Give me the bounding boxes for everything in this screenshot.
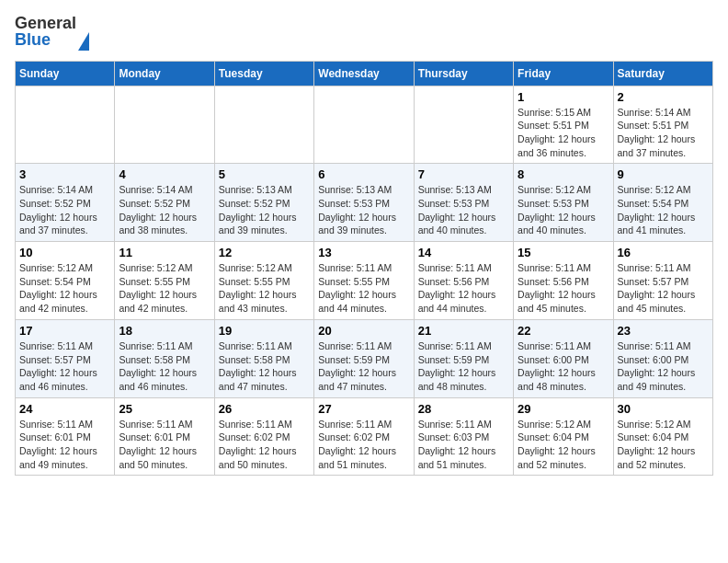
calendar-cell: 16Sunrise: 5:11 AM Sunset: 5:57 PM Dayli… [613, 242, 712, 320]
day-info: Sunrise: 5:11 AM Sunset: 5:57 PM Dayligh… [19, 339, 110, 394]
calendar-cell: 1Sunrise: 5:15 AM Sunset: 5:51 PM Daylig… [514, 86, 613, 164]
calendar-cell: 10Sunrise: 5:12 AM Sunset: 5:54 PM Dayli… [16, 242, 115, 320]
day-number: 13 [318, 246, 409, 259]
logo-triangle-icon [78, 14, 89, 51]
day-info: Sunrise: 5:14 AM Sunset: 5:52 PM Dayligh… [19, 183, 110, 237]
day-info: Sunrise: 5:11 AM Sunset: 6:00 PM Dayligh… [618, 339, 709, 394]
day-number: 22 [518, 324, 609, 338]
calendar-cell: 22Sunrise: 5:11 AM Sunset: 6:00 PM Dayli… [514, 319, 613, 397]
day-number: 19 [219, 324, 310, 338]
day-info: Sunrise: 5:13 AM Sunset: 5:52 PM Dayligh… [219, 183, 310, 237]
calendar-cell: 26Sunrise: 5:11 AM Sunset: 6:02 PM Dayli… [214, 397, 313, 476]
day-info: Sunrise: 5:11 AM Sunset: 6:02 PM Dayligh… [219, 418, 310, 472]
day-info: Sunrise: 5:14 AM Sunset: 5:51 PM Dayligh… [618, 106, 709, 160]
day-info: Sunrise: 5:11 AM Sunset: 5:58 PM Dayligh… [219, 339, 310, 394]
calendar-cell: 24Sunrise: 5:11 AM Sunset: 6:01 PM Dayli… [16, 397, 115, 476]
calendar-cell: 8Sunrise: 5:12 AM Sunset: 5:53 PM Daylig… [514, 164, 613, 242]
calendar-cell: 20Sunrise: 5:11 AM Sunset: 5:59 PM Dayli… [314, 319, 414, 397]
day-number: 27 [318, 402, 409, 416]
calendar-header-monday: Monday [115, 61, 214, 86]
calendar-header-friday: Friday [514, 61, 613, 86]
day-info: Sunrise: 5:11 AM Sunset: 6:03 PM Dayligh… [418, 418, 509, 472]
day-info: Sunrise: 5:11 AM Sunset: 5:59 PM Dayligh… [318, 339, 409, 394]
calendar-cell: 13Sunrise: 5:11 AM Sunset: 5:55 PM Dayli… [314, 242, 414, 320]
day-info: Sunrise: 5:13 AM Sunset: 5:53 PM Dayligh… [418, 183, 509, 237]
day-number: 7 [418, 167, 509, 181]
calendar-header-sunday: Sunday [16, 61, 115, 86]
day-number: 14 [418, 246, 509, 259]
calendar-cell: 29Sunrise: 5:12 AM Sunset: 6:04 PM Dayli… [514, 397, 613, 476]
calendar-table: SundayMondayTuesdayWednesdayThursdayFrid… [15, 61, 713, 477]
day-info: Sunrise: 5:13 AM Sunset: 5:53 PM Dayligh… [318, 183, 409, 237]
calendar-cell: 19Sunrise: 5:11 AM Sunset: 5:58 PM Dayli… [214, 319, 313, 397]
calendar-week-2: 3Sunrise: 5:14 AM Sunset: 5:52 PM Daylig… [16, 164, 713, 242]
calendar-cell: 11Sunrise: 5:12 AM Sunset: 5:55 PM Dayli… [115, 242, 214, 320]
calendar-cell: 25Sunrise: 5:11 AM Sunset: 6:01 PM Dayli… [115, 397, 214, 476]
day-info: Sunrise: 5:11 AM Sunset: 5:57 PM Dayligh… [618, 261, 709, 316]
day-number: 8 [518, 167, 609, 181]
day-info: Sunrise: 5:12 AM Sunset: 5:55 PM Dayligh… [119, 261, 210, 316]
day-info: Sunrise: 5:11 AM Sunset: 6:00 PM Dayligh… [518, 339, 609, 394]
calendar-cell [414, 86, 513, 164]
day-info: Sunrise: 5:12 AM Sunset: 6:04 PM Dayligh… [618, 418, 709, 472]
calendar-cell: 2Sunrise: 5:14 AM Sunset: 5:51 PM Daylig… [613, 86, 712, 164]
calendar-cell: 9Sunrise: 5:12 AM Sunset: 5:54 PM Daylig… [613, 164, 712, 242]
calendar-cell: 28Sunrise: 5:11 AM Sunset: 6:03 PM Dayli… [414, 397, 513, 476]
calendar-week-1: 1Sunrise: 5:15 AM Sunset: 5:51 PM Daylig… [16, 86, 713, 164]
calendar-cell: 17Sunrise: 5:11 AM Sunset: 5:57 PM Dayli… [16, 319, 115, 397]
calendar-week-4: 17Sunrise: 5:11 AM Sunset: 5:57 PM Dayli… [16, 319, 713, 397]
day-number: 1 [518, 90, 609, 104]
day-info: Sunrise: 5:11 AM Sunset: 5:56 PM Dayligh… [518, 261, 609, 316]
day-number: 24 [19, 402, 110, 416]
day-info: Sunrise: 5:12 AM Sunset: 5:54 PM Dayligh… [618, 183, 709, 237]
day-number: 30 [618, 402, 709, 416]
day-number: 26 [219, 402, 310, 416]
calendar-cell: 3Sunrise: 5:14 AM Sunset: 5:52 PM Daylig… [16, 164, 115, 242]
calendar-cell [214, 86, 313, 164]
day-number: 5 [219, 167, 310, 181]
calendar-cell: 15Sunrise: 5:11 AM Sunset: 5:56 PM Dayli… [514, 242, 613, 320]
day-info: Sunrise: 5:12 AM Sunset: 5:55 PM Dayligh… [219, 261, 310, 316]
calendar-cell: 27Sunrise: 5:11 AM Sunset: 6:02 PM Dayli… [314, 397, 414, 476]
day-info: Sunrise: 5:12 AM Sunset: 6:04 PM Dayligh… [518, 418, 609, 472]
calendar-header-saturday: Saturday [613, 61, 712, 86]
calendar-cell: 5Sunrise: 5:13 AM Sunset: 5:52 PM Daylig… [214, 164, 313, 242]
day-number: 4 [119, 167, 210, 181]
day-number: 11 [119, 246, 210, 259]
day-number: 21 [418, 324, 509, 338]
day-number: 17 [19, 324, 110, 338]
day-number: 10 [19, 246, 110, 259]
calendar-cell: 4Sunrise: 5:14 AM Sunset: 5:52 PM Daylig… [115, 164, 214, 242]
day-number: 9 [618, 167, 709, 181]
calendar-cell: 6Sunrise: 5:13 AM Sunset: 5:53 PM Daylig… [314, 164, 414, 242]
calendar-week-5: 24Sunrise: 5:11 AM Sunset: 6:01 PM Dayli… [16, 397, 713, 476]
day-info: Sunrise: 5:11 AM Sunset: 6:02 PM Dayligh… [318, 418, 409, 472]
day-info: Sunrise: 5:11 AM Sunset: 6:01 PM Dayligh… [119, 418, 210, 472]
day-info: Sunrise: 5:11 AM Sunset: 5:56 PM Dayligh… [418, 261, 509, 316]
day-info: Sunrise: 5:11 AM Sunset: 5:59 PM Dayligh… [418, 339, 509, 394]
logo: General Blue [15, 15, 89, 50]
calendar-cell: 18Sunrise: 5:11 AM Sunset: 5:58 PM Dayli… [115, 319, 214, 397]
day-number: 12 [219, 246, 310, 259]
day-number: 6 [318, 167, 409, 181]
day-info: Sunrise: 5:12 AM Sunset: 5:53 PM Dayligh… [518, 183, 609, 237]
calendar-header-wednesday: Wednesday [314, 61, 414, 86]
day-number: 18 [119, 324, 210, 338]
day-number: 3 [19, 167, 110, 181]
calendar-cell: 7Sunrise: 5:13 AM Sunset: 5:53 PM Daylig… [414, 164, 513, 242]
day-info: Sunrise: 5:14 AM Sunset: 5:52 PM Dayligh… [119, 183, 210, 237]
day-info: Sunrise: 5:11 AM Sunset: 5:55 PM Dayligh… [318, 261, 409, 316]
day-number: 15 [518, 246, 609, 259]
calendar-week-3: 10Sunrise: 5:12 AM Sunset: 5:54 PM Dayli… [16, 242, 713, 320]
calendar-cell: 21Sunrise: 5:11 AM Sunset: 5:59 PM Dayli… [414, 319, 513, 397]
day-number: 23 [618, 324, 709, 338]
calendar-cell: 23Sunrise: 5:11 AM Sunset: 6:00 PM Dayli… [613, 319, 712, 397]
day-info: Sunrise: 5:15 AM Sunset: 5:51 PM Dayligh… [518, 106, 609, 160]
day-number: 25 [119, 402, 210, 416]
calendar-cell [16, 86, 115, 164]
day-info: Sunrise: 5:11 AM Sunset: 6:01 PM Dayligh… [19, 418, 110, 472]
day-number: 16 [618, 246, 709, 259]
calendar-cell [314, 86, 414, 164]
calendar-cell [115, 86, 214, 164]
page-header: General Blue [15, 15, 713, 50]
